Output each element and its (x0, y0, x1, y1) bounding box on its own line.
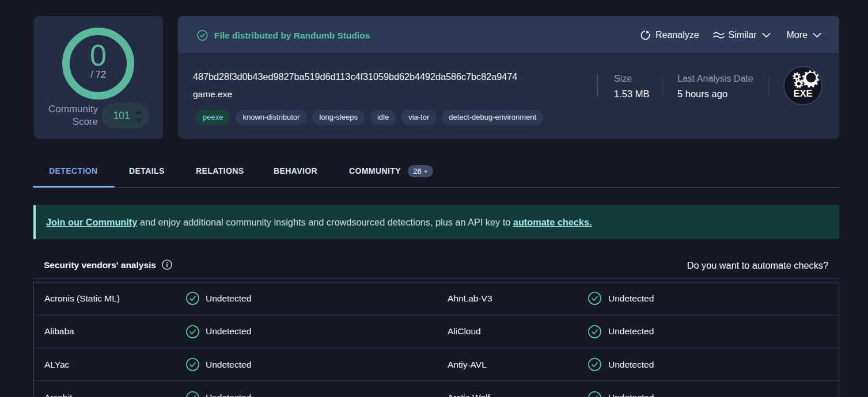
svg-text:EXE: EXE (793, 88, 812, 98)
